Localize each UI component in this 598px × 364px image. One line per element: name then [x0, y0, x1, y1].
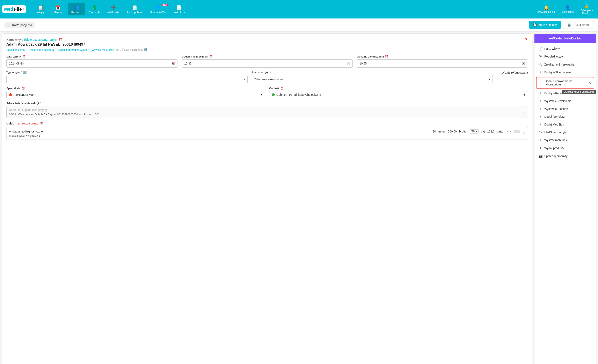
- date-time-section: Data wizyty ⏰ 2024-08-13 📅 Godzina rozpo…: [6, 55, 528, 139]
- nav-pacjenci[interactable]: 👥 Pacjenci: [68, 3, 85, 16]
- save-button[interactable]: 💾 Zapisz zmiany: [529, 21, 561, 29]
- service-price-type: brutto: [459, 130, 467, 133]
- plus-lab-icon: +: [539, 81, 543, 85]
- ewizyta-button[interactable]: e-Wizyta - HaloDoctor: [534, 34, 596, 43]
- status-chevron-icon: ▾: [489, 78, 490, 81]
- nav-ezdrowie[interactable]: ➕ e-Zdrowie: [104, 3, 123, 16]
- top-navigation: Med File ® 📋 Wizyty 📅 Kalendarz 👥 Pacjen…: [0, 0, 598, 18]
- ewus-info-icon[interactable]: ℹ️: [143, 48, 147, 51]
- services-count: (1): [17, 122, 20, 125]
- print-button[interactable]: 🖨️ Drukuj stronę: [563, 21, 594, 29]
- nav-moje-konto[interactable]: 👤 Moje konto: [559, 3, 577, 15]
- date-label: Data wizyty ⏰: [6, 55, 177, 58]
- nav-zabezpiecz[interactable]: 🔒 Zabezpiecz119:42: [578, 2, 596, 16]
- sidebar-item-wystaw-ezwolnienie[interactable]: + Wystaw e-Zwolnienie: [534, 97, 596, 105]
- sidebar-item-dodaj-medsign[interactable]: + Dodaj MedSign: [534, 121, 596, 128]
- sidebar-item-wystaw-ezlecenia[interactable]: + Wystaw e-Zlecenia: [534, 105, 596, 113]
- service-sub: W skład usługi wchodzi XYZ: [9, 134, 520, 137]
- date-clock-icon[interactable]: ⏰: [22, 55, 25, 58]
- nav-moje-konto-label: Moje konto: [562, 10, 574, 13]
- logo-med: Med: [4, 7, 13, 12]
- folder-icon: 🗂: [539, 130, 542, 134]
- address-detail: 00-184 Warszawa ul. Dubois 5A Regon: 061…: [9, 113, 525, 116]
- end-clock-icon[interactable]: ⏰: [385, 55, 388, 58]
- sidebar-item-karta-wizyty[interactable]: 📄 Karta wizyty: [534, 45, 596, 53]
- address-label: Adres świadczenia usługi *: [6, 102, 528, 105]
- logo[interactable]: Med File ®: [2, 5, 26, 13]
- address-placeholder: Komórka: Ogólna izba przyjęć: [9, 108, 525, 112]
- rabat-toggle[interactable]: [514, 130, 520, 133]
- form-area: Karta wizyty fizjoterapeutyczna · zmień …: [2, 33, 532, 364]
- sidebar-item-wystaw-rachunek[interactable]: + Wystaw rachunek: [534, 136, 596, 144]
- date-field-group: Data wizyty ⏰ 2024-08-13 📅: [6, 55, 177, 68]
- sidebar-sprzedaj-label: Sprzedaj produkty: [544, 154, 592, 158]
- nav-wizyty[interactable]: 📋 Wizyty: [33, 3, 48, 16]
- sidebar-item-sprzedaj-produkty[interactable]: 📷 Sprzedaj produkty: [534, 152, 596, 160]
- refunded-checkbox[interactable]: [497, 71, 500, 74]
- service-close-icon[interactable]: ✕: [523, 131, 525, 135]
- sidebar-karta-wizyty-label: Karta wizyty: [544, 47, 592, 50]
- sidebar-medsign-label: Dodaj MedSign: [544, 123, 592, 126]
- show-patient-link[interactable]: Pokaż dane pacjenta: [29, 48, 54, 51]
- plus-recepte-icon: +: [539, 91, 542, 95]
- nav-strona-www-label: Strona WWW: [150, 11, 166, 14]
- back-button[interactable]: ← Karta pacjenta: [4, 22, 35, 28]
- sidebar-item-dodaj-formularz[interactable]: + Dodaj formularz: [534, 113, 596, 121]
- address-section: Adres świadczenia usługi * Komórka: Ogól…: [6, 102, 528, 118]
- sidebar-item-podglad-wizyty[interactable]: 👁 Podgląd wizyty: [534, 53, 596, 60]
- nav-powiadomienia[interactable]: 🔔 Powiadomienia: [535, 3, 558, 15]
- gabinet-clock-icon[interactable]: ⏰: [280, 87, 283, 90]
- visit-type-info-icon[interactable]: ℹ️: [23, 71, 26, 74]
- ezdrowie-icon: ➕: [111, 5, 116, 10]
- specialist-clock-icon[interactable]: ⏰: [22, 87, 25, 90]
- save-label: Zapisz zmiany: [538, 23, 557, 26]
- nav-kalendarz[interactable]: 📅 Kalendarz: [48, 3, 68, 16]
- visit-status-select[interactable]: Zdarzenie zakończone. ▾: [252, 75, 493, 83]
- new-badge: NEW: [161, 4, 168, 6]
- address-select[interactable]: Komórka: Ogólna izba przyjęć 00-184 Wars…: [6, 106, 528, 118]
- nav-instrukcje[interactable]: 📄 Instrukcje: [170, 3, 189, 16]
- sidebar-lab-label: Dodaj skierowanie do laboratorium: [545, 80, 587, 86]
- wizyty-icon: 📋: [38, 5, 43, 10]
- logo-file: File: [14, 7, 22, 12]
- interview-link[interactable]: Wywiad medyczny: [92, 48, 114, 51]
- card-type-selector[interactable]: fizjoterapeutyczna · zmień: [24, 38, 58, 41]
- nav-ezdrowie-label: e-Zdrowie: [107, 11, 119, 14]
- visit-type-select[interactable]: ▾: [6, 75, 248, 83]
- date-time-row: Data wizyty ⏰ 2024-08-13 📅 Godzina rozpo…: [6, 55, 528, 68]
- sidebar-item-dodaj-skierowanie-laboratorium[interactable]: + Dodaj skierowanie do laboratorium ↖ Ut…: [536, 77, 594, 89]
- gabinet-select[interactable]: Gabinet - Poradnia psychologiczna ▾: [269, 91, 528, 98]
- end-time-input[interactable]: 10:55 🕐: [357, 59, 528, 68]
- nav-strona-www[interactable]: NEW 🌐 Strona WWW: [146, 3, 170, 16]
- start-clock-icon[interactable]: ⏰: [209, 55, 213, 58]
- card-clock-icon[interactable]: ⏰: [59, 38, 63, 41]
- copy-visit-link[interactable]: Kopiuj poprzednią wizytę: [58, 48, 88, 51]
- sidebar-item-zrealizuj-eskierowanie[interactable]: 🔍 Zrealizuj e-Skierowanie: [534, 60, 596, 68]
- nav-pacjenci-label: Pacjenci: [71, 11, 82, 14]
- back-arrow-icon: ←: [8, 23, 10, 27]
- user-icon: 👤: [565, 5, 570, 10]
- edit-patient-link[interactable]: Edytuj pacjenta: [6, 48, 25, 51]
- sidebar-zrealizuj-label: Zrealizuj e-Skierowanie: [544, 63, 592, 66]
- start-time-input[interactable]: 10:35 🕐: [182, 59, 353, 68]
- date-input[interactable]: 2024-08-13 📅: [6, 59, 177, 68]
- sidebar-item-medsign-z-wizyty[interactable]: 🗂 MedSign z wizyty: [534, 128, 596, 136]
- camera-icon: 📷: [539, 154, 542, 158]
- help-icon[interactable]: ❓: [524, 38, 528, 41]
- breadcrumb-label: Karta pacjenta: [12, 23, 32, 27]
- sidebar-item-dodaj-eskierowanie[interactable]: + Dodaj e-Skierowanie: [534, 68, 596, 76]
- search-icon: 🔍: [539, 63, 542, 66]
- nav-rachunki[interactable]: 💲 Rachunki: [85, 3, 104, 16]
- vat-badge[interactable]: 23% ▾: [469, 129, 479, 134]
- address-chevron-icon: ▾: [524, 111, 526, 114]
- visit-type-label: Typ wizyty * ℹ️: [6, 71, 248, 74]
- gabinet-label: Gabinet ⏰: [269, 87, 528, 90]
- specialist-select[interactable]: Aleksandra Mak ▾: [6, 91, 265, 98]
- ewus-status: eWUŚ błąd połączenia ℹ️: [116, 48, 147, 51]
- card-title: Karta wizyty fizjoterapeutyczna · zmień …: [6, 38, 147, 41]
- sidebar-item-wydaj-produkty[interactable]: ⬆ Wydaj produkty: [534, 144, 596, 152]
- service-item: A - badania diagnostyczne 20 minut 200.0…: [6, 127, 528, 139]
- cursor-icon: ↖: [589, 81, 591, 84]
- services-clock-icon[interactable]: ⏰: [40, 122, 44, 125]
- nav-punkt-pobran[interactable]: 🗒️ Punkt pobrań: [123, 3, 146, 16]
